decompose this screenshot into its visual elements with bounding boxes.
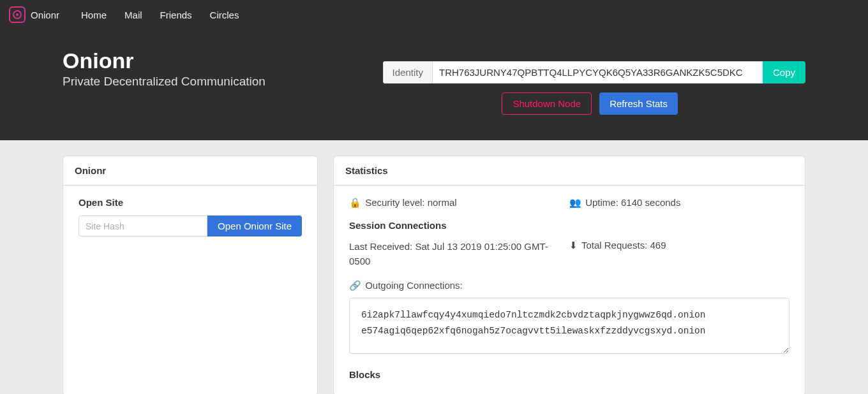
blocks-title: Blocks (349, 369, 789, 380)
open-site-button[interactable]: Open Onionr Site (207, 215, 302, 237)
navbar-logo[interactable] (9, 6, 26, 23)
copy-button[interactable]: Copy (763, 61, 805, 84)
page-title: Onionr (63, 48, 266, 73)
uptime-text: Uptime: 6140 seconds (585, 197, 680, 208)
connections-textarea[interactable] (349, 298, 789, 354)
navbar: Onionr Home Mail Friends Circles (0, 0, 868, 29)
action-buttons: Shutdown Node Refresh Stats (383, 92, 805, 115)
clock-icon: 👥 (569, 197, 581, 208)
outgoing-text: Outgoing Connections: (365, 280, 463, 291)
session-connections-title: Session Connections (349, 220, 789, 231)
security-text: Security level: normal (365, 197, 456, 208)
identity-group: Identity Copy (383, 61, 805, 84)
page-subtitle: Private Decentralized Communication (63, 75, 266, 89)
download-icon: ⬇ (569, 240, 578, 251)
total-requests: ⬇ Total Requests: 469 (569, 240, 789, 268)
statistics-header: Statistics (334, 156, 805, 186)
nav-link-friends[interactable]: Friends (154, 7, 198, 23)
total-requests-text: Total Requests: 469 (581, 240, 666, 251)
security-level: 🔒 Security level: normal (349, 197, 569, 208)
nav-link-mail[interactable]: Mail (118, 7, 149, 23)
stats-top-row: 🔒 Security level: normal 👥 Uptime: 6140 … (349, 197, 789, 208)
main-content: Onionr Open Site Open Onionr Site Statis… (0, 140, 868, 394)
open-site-label: Open Site (79, 197, 302, 208)
shutdown-button[interactable]: Shutdown Node (502, 92, 592, 115)
refresh-button[interactable]: Refresh Stats (599, 92, 678, 115)
onion-icon (13, 10, 22, 19)
uptime: 👥 Uptime: 6140 seconds (569, 197, 789, 208)
statistics-body: 🔒 Security level: normal 👥 Uptime: 6140 … (334, 186, 805, 394)
identity-input[interactable] (432, 61, 763, 84)
identity-label: Identity (383, 61, 432, 84)
open-site-group: Open Onionr Site (79, 215, 302, 237)
site-hash-input[interactable] (79, 215, 207, 237)
nav-link-circles[interactable]: Circles (204, 7, 246, 23)
onionr-card: Onionr Open Site Open Onionr Site (63, 156, 318, 394)
hero-left: Onionr Private Decentralized Communicati… (63, 48, 266, 89)
lock-icon: 🔒 (349, 197, 361, 208)
onionr-card-header: Onionr (63, 156, 317, 186)
session-row: Last Received: Sat Jul 13 2019 01:25:00 … (349, 240, 789, 268)
navbar-brand[interactable]: Onionr (31, 10, 59, 20)
hero-right: Identity Copy Shutdown Node Refresh Stat… (383, 48, 805, 115)
hero: Onionr Private Decentralized Communicati… (0, 29, 868, 140)
last-received: Last Received: Sat Jul 13 2019 01:25:00 … (349, 240, 569, 268)
outgoing-connections-label: 🔗 Outgoing Connections: (349, 280, 789, 291)
onionr-card-body: Open Site Open Onionr Site (63, 186, 317, 248)
nav-link-home[interactable]: Home (75, 7, 113, 23)
link-icon: 🔗 (349, 280, 361, 291)
statistics-card: Statistics 🔒 Security level: normal 👥 Up… (333, 156, 805, 394)
